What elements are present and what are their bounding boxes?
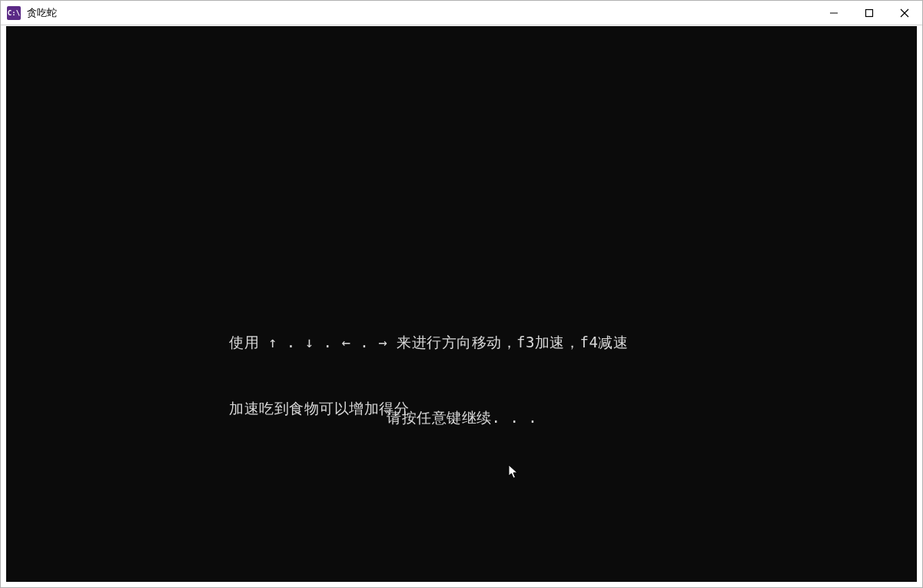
app-window: C:\ 贪吃蛇 使用 ↑ . ↓ . ← [0,0,923,588]
maximize-button[interactable] [852,1,887,25]
titlebar-left: C:\ 贪吃蛇 [1,6,57,20]
minimize-icon [829,8,838,18]
instruction-line-1: 使用 ↑ . ↓ . ← . → 来进行方向移动，f3加速，f4减速 [229,331,628,354]
maximize-icon [865,8,874,18]
continue-prompt: 请按任意键继续. . . [387,407,537,429]
instructions-block: 使用 ↑ . ↓ . ← . → 来进行方向移动，f3加速，f4减速 加速吃到食… [229,287,628,463]
window-title: 贪吃蛇 [27,6,57,20]
svg-rect-1 [866,9,873,16]
app-icon: C:\ [7,6,21,20]
close-button[interactable] [887,1,922,25]
titlebar[interactable]: C:\ 贪吃蛇 [1,1,922,25]
close-icon [900,8,909,18]
window-controls [816,1,922,25]
console-area[interactable]: 使用 ↑ . ↓ . ← . → 来进行方向移动，f3加速，f4减速 加速吃到食… [6,26,917,582]
minimize-button[interactable] [816,1,852,25]
mouse-cursor-icon [508,464,519,480]
